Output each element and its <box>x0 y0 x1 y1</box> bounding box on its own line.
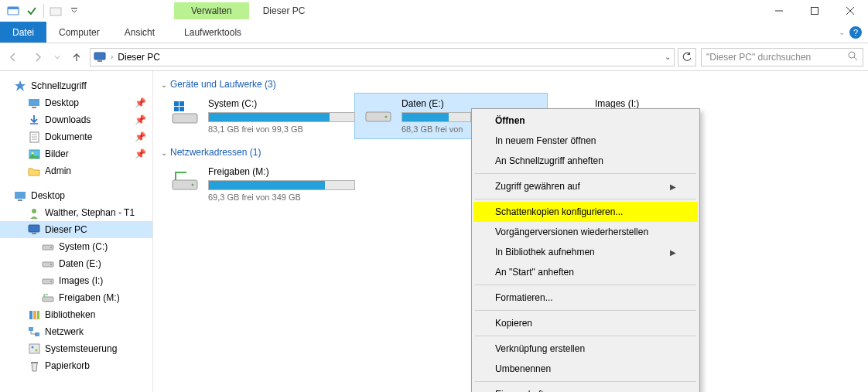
tree-label: Walther, Stephan - T1 <box>45 207 135 218</box>
recent-dropdown[interactable] <box>51 46 63 68</box>
tree-label: Images (I:) <box>59 275 103 286</box>
forward-button[interactable] <box>26 46 50 68</box>
svg-rect-49 <box>179 107 184 111</box>
new-folder-icon[interactable] <box>47 2 64 19</box>
tree-label: Systemsteuerung <box>45 343 117 354</box>
ribbon-tabs: Datei Computer Ansicht Laufwerktools ⌄ ? <box>0 22 868 43</box>
tree-desktop-root[interactable]: Desktop <box>0 187 152 204</box>
svg-point-51 <box>385 116 388 118</box>
tree-label: Daten (E:) <box>59 258 101 269</box>
breadcrumb-location[interactable]: Dieser PC <box>118 52 160 63</box>
tree-this-pc[interactable]: Dieser PC <box>0 221 152 238</box>
tree-control-panel[interactable]: Systemsteuerung <box>0 340 152 357</box>
this-pc-icon <box>28 223 40 236</box>
separator <box>475 173 696 174</box>
ctx-copy[interactable]: Kopieren <box>473 313 698 333</box>
ctx-open[interactable]: Öffnen <box>473 111 698 131</box>
app-icon <box>5 2 22 19</box>
tree-pictures[interactable]: Bilder 📌 <box>0 145 152 162</box>
tree-libraries[interactable]: Bibliotheken <box>0 306 152 323</box>
tree-quick-access[interactable]: Schnellzugriff <box>0 77 152 94</box>
ctx-pin-quick-access[interactable]: An Schnellzugriff anheften <box>473 151 698 171</box>
close-button[interactable] <box>832 0 868 22</box>
address-bar[interactable]: › Dieser PC ⌄ <box>90 48 675 66</box>
drive-m[interactable]: Freigaben (M:) 69,3 GB frei von 349 GB <box>161 161 354 207</box>
tree-drive-e[interactable]: Daten (E:) <box>0 255 152 272</box>
properties-icon[interactable] <box>23 2 40 19</box>
tree-recycle-bin[interactable]: Papierkorb <box>0 357 152 374</box>
tree-user[interactable]: Walther, Stephan - T1 <box>0 204 152 221</box>
ctx-label: Schattenkopien konfigurieren... <box>495 206 623 217</box>
svg-point-31 <box>50 281 52 282</box>
search-icon <box>848 51 858 63</box>
svg-rect-48 <box>174 107 179 111</box>
drive-label: Freigaben (M:) <box>208 166 355 177</box>
search-box[interactable]: "Dieser PC" durchsuchen <box>701 48 863 66</box>
ctx-format[interactable]: Formatieren... <box>473 288 698 308</box>
tree-network[interactable]: Netzwerk <box>0 323 152 340</box>
drive-icon <box>42 274 54 287</box>
svg-rect-1 <box>8 7 19 9</box>
tab-view[interactable]: Ansicht <box>112 22 167 43</box>
ctx-include-library[interactable]: In Bibliothek aufnehmen▶ <box>473 242 698 262</box>
ctx-rename[interactable]: Umbenennen <box>473 359 698 379</box>
qat-dropdown-icon[interactable] <box>66 2 83 19</box>
ctx-properties[interactable]: Eigenschaften <box>473 384 698 392</box>
pictures-icon <box>28 148 40 160</box>
tab-computer[interactable]: Computer <box>46 22 112 43</box>
tree-label: System (C:) <box>59 241 108 252</box>
up-button[interactable] <box>65 46 88 68</box>
ctx-create-shortcut[interactable]: Verknüpfung erstellen <box>473 339 698 359</box>
drive-c[interactable]: System (C:) 83,1 GB frei von 99,3 GB <box>161 93 354 139</box>
maximize-button[interactable] <box>797 0 832 22</box>
svg-point-43 <box>35 349 37 352</box>
address-dropdown-icon[interactable]: ⌄ <box>665 53 671 61</box>
refresh-button[interactable] <box>678 48 696 66</box>
main-area: Schnellzugriff Desktop 📌 Downloads 📌 Dok… <box>0 71 868 392</box>
tree-label: Schnellzugriff <box>31 80 87 91</box>
svg-rect-12 <box>29 99 39 106</box>
ctx-restore-previous[interactable]: Vorgängerversionen wiederherstellen <box>473 222 698 242</box>
tree-desktop[interactable]: Desktop 📌 <box>0 94 152 111</box>
minimize-button[interactable] <box>761 0 797 22</box>
tree-drive-i[interactable]: Images (I:) <box>0 272 152 289</box>
tree-label: Papierkorb <box>45 360 90 371</box>
tree-documents[interactable]: Dokumente 📌 <box>0 128 152 145</box>
chevron-right-icon: ▶ <box>670 248 676 257</box>
ctx-label: Formatieren... <box>495 292 553 303</box>
tree-label: Freigaben (M:) <box>59 292 120 303</box>
ctx-give-access[interactable]: Zugriff gewähren auf▶ <box>473 176 698 196</box>
downloads-icon <box>28 114 40 126</box>
tree-drive-c[interactable]: System (C:) <box>0 238 152 255</box>
tree-label: Dieser PC <box>45 224 87 235</box>
back-button[interactable] <box>2 46 25 68</box>
tree-downloads[interactable]: Downloads 📌 <box>0 111 152 128</box>
svg-rect-2 <box>50 8 61 15</box>
libraries-icon <box>28 308 40 321</box>
svg-point-10 <box>849 52 855 58</box>
window-title: Dieser PC <box>263 5 306 16</box>
group-devices[interactable]: ⌄ Geräte und Laufwerke (3) <box>161 76 860 93</box>
document-icon <box>28 131 40 143</box>
ctx-label: An Schnellzugriff anheften <box>495 155 603 166</box>
contextual-tab-manage[interactable]: Verwalten <box>174 2 249 19</box>
pin-icon: 📌 <box>135 148 146 159</box>
ribbon-expand-icon[interactable]: ⌄ <box>839 28 845 36</box>
usage-bar <box>208 112 355 122</box>
ctx-open-new-window[interactable]: In neuem Fenster öffnen <box>473 131 698 151</box>
separator <box>475 199 696 199</box>
tree-admin[interactable]: Admin <box>0 162 152 179</box>
ctx-configure-shadow-copies[interactable]: Schattenkopien konfigurieren... <box>473 202 698 222</box>
tree-drive-m[interactable]: Freigaben (M:) <box>0 289 152 306</box>
tab-drivetools[interactable]: Laufwerktools <box>172 22 254 43</box>
desktop-icon <box>14 189 26 202</box>
svg-rect-5 <box>812 8 818 15</box>
recycle-bin-icon <box>28 360 40 372</box>
help-icon[interactable]: ? <box>849 26 862 39</box>
ctx-label: Kopieren <box>495 318 532 329</box>
breadcrumb-separator[interactable]: › <box>111 53 113 61</box>
drive-icon <box>361 98 395 126</box>
tab-file[interactable]: Datei <box>0 22 46 43</box>
chevron-right-icon: ▶ <box>670 182 676 191</box>
ctx-pin-start[interactable]: An "Start" anheften <box>473 262 698 282</box>
